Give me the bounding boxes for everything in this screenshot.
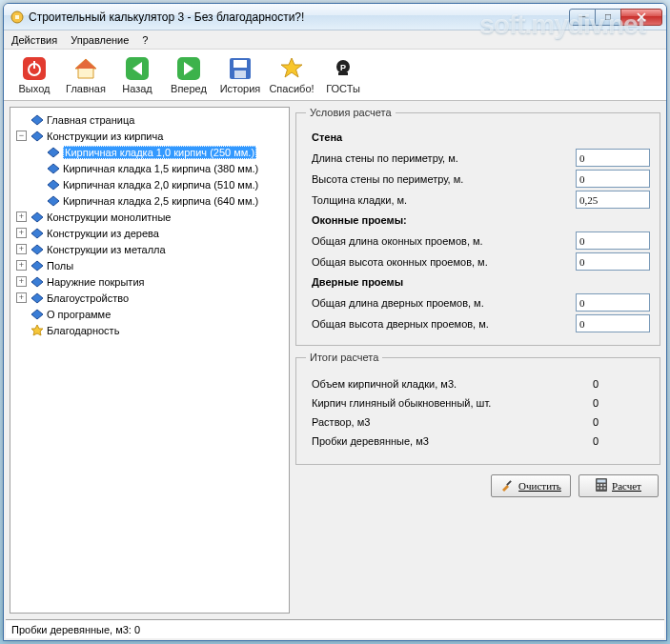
res-volume-value: 0	[593, 378, 650, 390]
res-plugs-value: 0	[593, 435, 650, 447]
svg-marker-28	[31, 277, 43, 287]
toolbar-exit[interactable]: Выход	[10, 52, 59, 98]
windows-h-label: Общая высота оконных проемов, м.	[312, 256, 576, 268]
diamond-icon	[30, 244, 44, 255]
minimize-button[interactable]: ─	[569, 9, 596, 26]
toolbar-forward[interactable]: Вперед	[164, 52, 213, 98]
svg-text:P: P	[340, 63, 346, 72]
expand-icon[interactable]: +	[16, 260, 27, 271]
arrow-right-icon	[175, 55, 202, 82]
expand-icon[interactable]: +	[16, 276, 27, 287]
svg-marker-30	[31, 310, 43, 319]
content-area: Главная страница − Конструкции из кирпич…	[4, 101, 666, 619]
svg-rect-17	[338, 72, 348, 75]
tree-metal[interactable]: + Конструкции из металла	[12, 241, 287, 257]
toolbar-gosty-label: ГОСТы	[326, 83, 360, 94]
tree-floors[interactable]: + Полы	[12, 257, 287, 273]
wall-height-input[interactable]	[576, 170, 650, 188]
thickness-input[interactable]	[576, 191, 650, 209]
toolbar-back-label: Назад	[122, 83, 152, 94]
diamond-icon	[30, 131, 44, 142]
toolbar-home[interactable]: Главная	[61, 52, 111, 98]
svg-marker-25	[31, 229, 43, 238]
menu-manage[interactable]: Управление	[71, 34, 129, 46]
diamond-icon	[30, 211, 44, 223]
svg-rect-40	[604, 488, 606, 490]
tree-outer[interactable]: + Наружние покрытия	[12, 273, 287, 290]
res-bricks-label: Кирпич глиняный обыкновенный, шт.	[312, 397, 593, 409]
tree-brick-child-3[interactable]: Кирпичная кладка 2,5 кирпича (640 мм.)	[12, 192, 287, 209]
windows-h-input[interactable]	[576, 252, 650, 271]
maximize-button[interactable]: □	[595, 9, 621, 26]
doors-h-input[interactable]	[576, 314, 650, 332]
wall-title: Стена	[312, 131, 650, 143]
tree-landscape[interactable]: + Благоустройство	[12, 290, 287, 306]
tree-brick-child-0[interactable]: Кирпичная кладка 1,0 кирпич (250 мм.)	[12, 144, 287, 160]
collapse-icon[interactable]: −	[16, 131, 27, 141]
tree-about[interactable]: О программе	[12, 306, 287, 322]
conditions-legend: Условия расчета	[306, 107, 396, 118]
toolbar-gosty[interactable]: P ГОСТы	[318, 52, 368, 98]
app-window: Строительный калькулятор 3 - Без благода…	[3, 3, 667, 641]
res-mortar-label: Раствор, м3	[312, 416, 593, 428]
clear-button[interactable]: Очистить	[491, 474, 571, 497]
svg-marker-21	[48, 164, 59, 173]
svg-marker-24	[31, 212, 43, 222]
expand-icon[interactable]: +	[16, 211, 27, 222]
tree-wood[interactable]: + Конструкции из дерева	[12, 225, 287, 241]
svg-rect-12	[233, 60, 247, 68]
svg-rect-13	[234, 70, 246, 78]
arrow-left-icon	[124, 55, 151, 82]
brush-icon	[500, 478, 514, 493]
svg-rect-4	[33, 61, 35, 69]
action-buttons: Очистить Расчет	[295, 471, 660, 497]
diamond-icon	[30, 260, 44, 272]
star-icon	[30, 325, 44, 336]
menubar: Действия Управление ?	[4, 30, 666, 50]
tree-brick[interactable]: − Конструкции из кирпича	[12, 128, 287, 144]
standards-icon: P	[330, 55, 356, 82]
expand-icon[interactable]: +	[16, 228, 27, 238]
toolbar-thanks-label: Спасибо!	[269, 83, 314, 94]
res-bricks-value: 0	[593, 397, 650, 409]
res-volume-label: Объем кирпичной кладки, м3.	[312, 378, 593, 390]
tree-monolith[interactable]: + Конструкции монолитные	[12, 209, 287, 225]
svg-marker-18	[31, 115, 43, 125]
calculator-icon	[596, 478, 607, 493]
tree-brick-child-2[interactable]: Кирпичная кладка 2,0 кирпича (510 мм.)	[12, 176, 287, 192]
results-legend: Итоги расчета	[306, 352, 382, 363]
diamond-icon	[30, 114, 44, 126]
windows-len-input[interactable]	[576, 231, 650, 250]
conditions-fieldset: Условия расчета Стена Длина стены по пер…	[295, 107, 660, 346]
toolbar-history[interactable]: История	[215, 52, 265, 98]
tree-brick-child-1[interactable]: Кирпичная кладка 1,5 кирпича (380 мм.)	[12, 160, 287, 176]
close-button[interactable]	[620, 9, 662, 26]
doors-len-input[interactable]	[576, 293, 650, 312]
expand-icon[interactable]: +	[16, 244, 27, 254]
tree-gratitude[interactable]: Благодарность	[12, 322, 287, 338]
doors-title: Дверные проемы	[312, 276, 650, 288]
toolbar-thanks[interactable]: Спасибо!	[267, 52, 316, 98]
expand-icon[interactable]: +	[16, 292, 27, 303]
menu-actions[interactable]: Действия	[11, 34, 57, 46]
toolbar-history-label: История	[220, 83, 261, 94]
thickness-label: Толщина кладки, м.	[312, 194, 576, 206]
home-icon	[72, 55, 99, 82]
svg-marker-6	[75, 59, 96, 69]
menu-help[interactable]: ?	[142, 34, 148, 46]
wall-perimeter-input[interactable]	[576, 149, 650, 167]
doors-len-label: Общая длина дверных проемов, м.	[312, 297, 576, 309]
svg-marker-19	[31, 131, 43, 141]
results-fieldset: Итоги расчета Объем кирпичной кладки, м3…	[295, 352, 660, 465]
svg-marker-14	[281, 58, 302, 77]
toolbar-exit-label: Выход	[19, 83, 51, 94]
toolbar-back[interactable]: Назад	[112, 52, 162, 98]
tree-main-page[interactable]: Главная страница	[12, 111, 287, 128]
calc-button[interactable]: Расчет	[579, 474, 659, 497]
diamond-icon	[47, 147, 60, 158]
svg-rect-35	[598, 484, 599, 486]
navigation-tree[interactable]: Главная страница − Конструкции из кирпич…	[10, 107, 290, 614]
svg-rect-38	[598, 488, 599, 490]
svg-marker-31	[31, 325, 43, 335]
windows-len-label: Общая длина оконных проемов, м.	[312, 235, 576, 247]
